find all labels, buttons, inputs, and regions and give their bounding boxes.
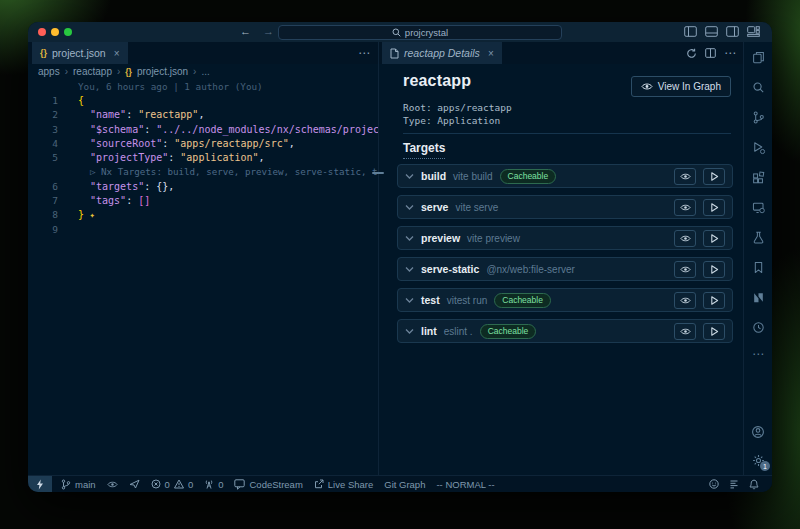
codestream-item[interactable]: CodeStream [234,479,302,490]
show-target-config-button[interactable] [674,261,696,278]
show-target-config-button[interactable] [674,199,696,216]
toggle-primary-sidebar-icon[interactable] [684,26,697,37]
tab-project-json[interactable]: {} project.json × [32,42,128,64]
code-area[interactable]: You, 6 hours ago | 1 author (You)1{2"nam… [28,79,378,476]
close-icon[interactable]: × [488,48,494,59]
gitgraph-item[interactable]: Git Graph [384,479,425,490]
more-views-icon[interactable]: ⋯ [752,349,764,359]
code-line: "$schema": "../../node_modules/nx/schema… [78,124,378,135]
line-number: 5 [28,152,58,163]
target-row-test[interactable]: testvitest runCacheable [397,288,733,312]
search-icon[interactable] [750,79,766,95]
settings-gear-icon[interactable]: 1 [750,452,766,468]
chevron-down-icon[interactable] [405,173,414,180]
account-icon[interactable] [750,424,766,440]
launchpad-item[interactable] [129,479,140,489]
code-line-row: You, 6 hours ago | 1 author (You) [28,79,378,93]
chevron-down-icon[interactable] [405,266,414,273]
source-control-icon[interactable] [750,109,766,125]
breadcrumb-project-json[interactable]: project.json [137,66,188,77]
close-icon[interactable]: × [114,48,120,59]
run-target-button[interactable] [703,168,725,185]
bookmarks-icon[interactable] [750,259,766,275]
chevron-down-icon[interactable] [405,235,414,242]
zoom-window-button[interactable] [64,28,72,36]
code-token: ✦ [84,210,95,220]
breadcrumb-reactapp[interactable]: reactapp [73,66,112,77]
customize-layout-icon[interactable] [747,26,760,37]
git-branch-item[interactable]: main [61,479,96,490]
target-row-lint[interactable]: linteslint .Cacheable [397,319,733,343]
breadcrumb-apps[interactable]: apps [38,66,60,77]
more-actions-icon[interactable]: ⋯ [358,46,370,60]
problems-item[interactable]: 0 0 [151,479,194,490]
divider [403,133,731,134]
vscode-window: ← → projcrystal {} project.json × ⋯ [28,22,772,492]
codestream-label: CodeStream [249,479,302,490]
testing-beaker-icon[interactable] [750,229,766,245]
run-debug-icon[interactable] [750,139,766,155]
back-arrow-icon[interactable]: ← [240,25,251,37]
json-file-icon: {} [125,67,132,77]
target-command: vite build [453,171,492,182]
time-tracker-icon[interactable] [750,319,766,335]
target-row-build[interactable]: buildvite buildCacheable [397,164,733,188]
target-row-serve-static[interactable]: serve-static@nx/web:file-server [397,257,733,281]
close-window-button[interactable] [38,28,46,36]
forward-arrow-icon[interactable]: → [263,25,274,37]
view-in-graph-button[interactable]: View In Graph [631,76,731,97]
split-editor-icon[interactable] [705,48,716,58]
code-line: "projectType": "application", [78,152,265,163]
nx-console-icon[interactable] [750,289,766,305]
show-target-config-button[interactable] [674,168,696,185]
refresh-icon[interactable] [686,48,697,59]
line-number: 3 [28,124,58,135]
chevron-down-icon[interactable] [405,297,414,304]
command-center-search[interactable]: projcrystal [278,25,562,40]
target-command: eslint . [444,326,473,337]
formatter-item[interactable] [729,479,739,489]
toggle-panel-icon[interactable] [705,26,718,37]
line-number: 6 [28,181,58,192]
chevron-down-icon[interactable] [405,204,414,211]
toggle-secondary-sidebar-icon[interactable] [726,26,739,37]
run-target-button[interactable] [703,261,725,278]
run-target-button[interactable] [703,199,725,216]
code-line: } ✦ [78,209,95,220]
feedback-item[interactable] [709,479,719,489]
run-target-button[interactable] [703,292,725,309]
remote-explorer-icon[interactable] [750,199,766,215]
gitlens-toggle-item[interactable] [107,480,118,489]
code-token: , [289,138,295,149]
target-row-serve[interactable]: servevite serve [397,195,733,219]
tab-reactapp-details[interactable]: reactapp Details × [382,42,502,64]
code-line-row: 9 [28,222,378,236]
editor-group-divider[interactable] [378,42,379,476]
run-target-button[interactable] [703,323,725,340]
chevron-down-icon[interactable] [405,328,414,335]
show-target-config-button[interactable] [674,230,696,247]
notifications-item[interactable] [749,479,759,490]
vim-mode-item[interactable]: -- NORMAL -- [436,479,494,490]
code-token: [] [138,195,150,206]
liveshare-item[interactable]: Live Share [314,479,373,490]
minimize-window-button[interactable] [51,28,59,36]
ports-item[interactable]: 0 [204,479,223,490]
run-target-button[interactable] [703,230,725,247]
more-actions-icon[interactable]: ⋯ [724,46,736,60]
code-token: , [198,109,204,120]
remote-indicator[interactable] [28,476,52,492]
cacheable-badge: Cacheable [494,293,551,308]
show-target-config-button[interactable] [674,292,696,309]
status-bar: main 0 0 0 CodeStream [28,475,772,492]
show-target-config-button[interactable] [674,323,696,340]
eye-icon [107,480,118,489]
code-token: "../../node_modules/nx/schemas/project-s [156,124,378,135]
search-text: projcrystal [405,27,448,38]
target-row-preview[interactable]: previewvite preview [397,226,733,250]
desktop: ← → projcrystal {} project.json × ⋯ [0,0,800,529]
breadcrumb-symbol[interactable]: ... [201,66,209,77]
sash-handle[interactable] [372,172,384,174]
explorer-icon[interactable] [750,49,766,65]
extensions-icon[interactable] [750,169,766,185]
